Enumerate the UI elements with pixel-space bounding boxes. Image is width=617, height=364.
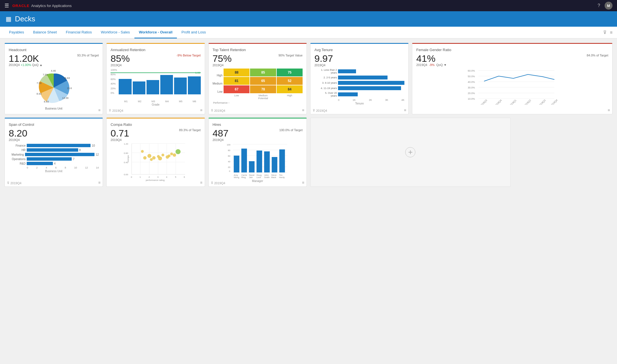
svg-text:performance rating: performance rating xyxy=(146,179,165,181)
span-of-control-footer-icon[interactable]: ≡ xyxy=(98,180,100,185)
avg-tenure-card: Avg Tenure 9.97 2019Q4 1. Less than 2yea… xyxy=(310,43,409,114)
svg-text:40: 40 xyxy=(228,160,230,163)
top-talent-matrix: HighMediumLow 88 85 75 81 65 52 xyxy=(213,69,303,100)
svg-point-55 xyxy=(158,156,162,160)
svg-point-50 xyxy=(143,156,147,160)
span-of-control-chart: Finance 10 HR 8 Marketing 12 Operations … xyxy=(9,144,99,173)
span-of-control-filter[interactable]: ⊽2019Q4 xyxy=(7,181,21,185)
svg-rect-77 xyxy=(249,161,255,172)
headcount-pie: 15.63 15.63 13.39 8.93 8.93 7.59 7.59 4.… xyxy=(9,69,99,106)
tab-financial-ratios[interactable]: Financial Ratios xyxy=(61,27,96,38)
hires-filter[interactable]: ⊽2019Q4 xyxy=(211,181,225,185)
cards-container: Headcount 11.20K 2019Q4 +1.00% QoQ ▲ 93.… xyxy=(0,38,617,191)
span-of-control-value: 8.20 xyxy=(9,128,99,138)
svg-text:100: 100 xyxy=(227,144,231,146)
avg-tenure-filter[interactable]: ⊽2019Q4 xyxy=(313,109,327,112)
female-gender-target: 84.0% of Target xyxy=(587,54,608,57)
svg-point-52 xyxy=(150,158,153,161)
avg-tenure-title: Avg Tenure xyxy=(314,48,404,52)
user-avatar[interactable]: M xyxy=(605,2,613,10)
svg-text:60: 60 xyxy=(228,155,230,157)
svg-point-56 xyxy=(161,154,164,156)
svg-text:0: 0 xyxy=(131,176,132,178)
tab-workforce-sales[interactable]: Workforce - Sales xyxy=(96,27,134,38)
compa-ratio-footer-icon[interactable]: ≡ xyxy=(200,180,202,185)
svg-text:7.59: 7.59 xyxy=(43,73,48,76)
annualized-retention-chart: 1.00 100%80%60%40%20%0% M1 M2 M3 xyxy=(111,69,201,106)
svg-text:8.93: 8.93 xyxy=(44,100,49,103)
svg-text:1.20: 1.20 xyxy=(124,143,128,145)
compa-ratio-title: Compa Ratio xyxy=(111,122,201,127)
hires-footer-icon[interactable]: ≡ xyxy=(302,180,304,185)
svg-text:Smith: Smith xyxy=(264,176,269,179)
svg-text:13.39: 13.39 xyxy=(62,97,69,99)
tab-nav: Payables Balance Sheet Financial Ratios … xyxy=(0,27,617,38)
svg-text:4.46: 4.46 xyxy=(51,69,56,72)
female-gender-chart: 60.0% 50.0% 40.0% 30.0% 20.0% 10.0% 2018… xyxy=(416,68,608,106)
top-talent-target: 90% Target Value xyxy=(278,54,303,57)
decks-icon: ▦ xyxy=(6,15,12,23)
annualized-retention-footer-icon[interactable]: ≡ xyxy=(200,108,202,112)
svg-text:2019Q2: 2019Q2 xyxy=(523,99,532,105)
svg-text:2019Q3: 2019Q3 xyxy=(538,99,546,105)
female-gender-value: 41% xyxy=(416,54,447,63)
headcount-axis-label: Business Unit xyxy=(9,107,99,110)
svg-text:4: 4 xyxy=(166,176,167,178)
hamburger-icon[interactable]: ☰ xyxy=(4,3,9,9)
female-gender-ratio-card: Female Gender Ratio 41% 2019Q4 -9% QoQ ▼… xyxy=(412,43,613,114)
top-talent-footer-icon[interactable]: ≡ xyxy=(302,108,304,112)
svg-text:Ring: Ring xyxy=(241,176,246,179)
svg-text:40.0%: 40.0% xyxy=(468,81,475,83)
svg-text:15.63: 15.63 xyxy=(67,87,72,90)
annualized-retention-title: Annualized Retention xyxy=(111,48,201,52)
annualized-retention-target: -9% Below Target xyxy=(177,54,201,57)
compa-ratio-chart: 1.20 0.80 0.40 0.00 compa 0 1 2 3 4 5 6 xyxy=(111,142,201,182)
filter-icon[interactable]: ⊽ xyxy=(603,30,607,35)
svg-text:8.93: 8.93 xyxy=(37,92,42,95)
top-talent-filter[interactable]: ⊽2019Q4 xyxy=(211,109,225,112)
span-of-control-card: Span of Control 8.20 2019Q4 Finance 10 H… xyxy=(4,118,103,187)
svg-text:0.00: 0.00 xyxy=(124,173,128,176)
avg-tenure-value: 9.97 xyxy=(314,54,404,63)
svg-text:80: 80 xyxy=(228,149,230,152)
top-talent-title: Top Talent Retention xyxy=(213,48,303,52)
hires-card: Hires 487 2019Q4 100.0% of Target 100 80… xyxy=(208,118,307,187)
avg-tenure-period: 2019Q4 xyxy=(314,63,404,67)
svg-text:10.0%: 10.0% xyxy=(468,97,475,100)
svg-point-58 xyxy=(168,154,170,157)
avg-tenure-chart: 1. Less than 2years 2. 2-5 years 3. 6-10… xyxy=(314,69,404,105)
annualized-retention-filter[interactable]: ⊽2019Q4 xyxy=(109,109,123,112)
tab-profit-loss[interactable]: Profit and Loss xyxy=(177,27,210,38)
svg-point-49 xyxy=(141,150,144,153)
avg-tenure-footer-icon[interactable]: ≡ xyxy=(404,108,406,112)
svg-text:Lock: Lock xyxy=(256,176,261,179)
compa-ratio-card: Compa Ratio 0.71 2019Q4 89.3% of Target xyxy=(106,118,205,187)
svg-rect-75 xyxy=(234,156,239,172)
hires-value: 487 xyxy=(213,128,229,138)
tab-workforce-overall[interactable]: Workforce - Overall xyxy=(134,27,177,38)
span-of-control-title: Span of Control xyxy=(9,122,99,127)
female-gender-footer-icon[interactable]: ≡ xyxy=(608,108,610,112)
help-icon[interactable]: ? xyxy=(598,3,600,8)
hires-chart: 100 80 60 40 20 0 xyxy=(213,142,303,183)
headcount-card: Headcount 11.20K 2019Q4 +1.00% QoQ ▲ 93.… xyxy=(4,43,103,114)
svg-point-51 xyxy=(147,154,151,158)
svg-rect-78 xyxy=(256,151,262,172)
headcount-period-change: 2019Q4 +1.00% QoQ ▲ xyxy=(9,63,42,67)
add-card[interactable]: + xyxy=(310,118,511,187)
svg-text:0: 0 xyxy=(229,170,230,172)
svg-rect-76 xyxy=(241,149,247,172)
tab-balance-sheet[interactable]: Balance Sheet xyxy=(28,27,61,38)
svg-text:Jain: Jain xyxy=(249,176,253,179)
svg-text:0.80: 0.80 xyxy=(124,152,128,154)
annualized-retention-card: Annualized Retention 85% 2019Q4 -9% Belo… xyxy=(106,43,205,114)
top-talent-period: 2019Q4 xyxy=(213,63,232,67)
app-name: Analytics for Applications xyxy=(31,4,72,8)
tab-payables[interactable]: Payables xyxy=(4,27,28,38)
menu-icon[interactable]: ≡ xyxy=(610,30,613,35)
headcount-footer-icon[interactable]: ≡ xyxy=(98,108,100,112)
svg-text:Hardy: Hardy xyxy=(279,176,285,179)
add-icon[interactable]: + xyxy=(405,147,415,157)
svg-text:20.0%: 20.0% xyxy=(468,92,475,95)
svg-text:5: 5 xyxy=(175,176,176,178)
